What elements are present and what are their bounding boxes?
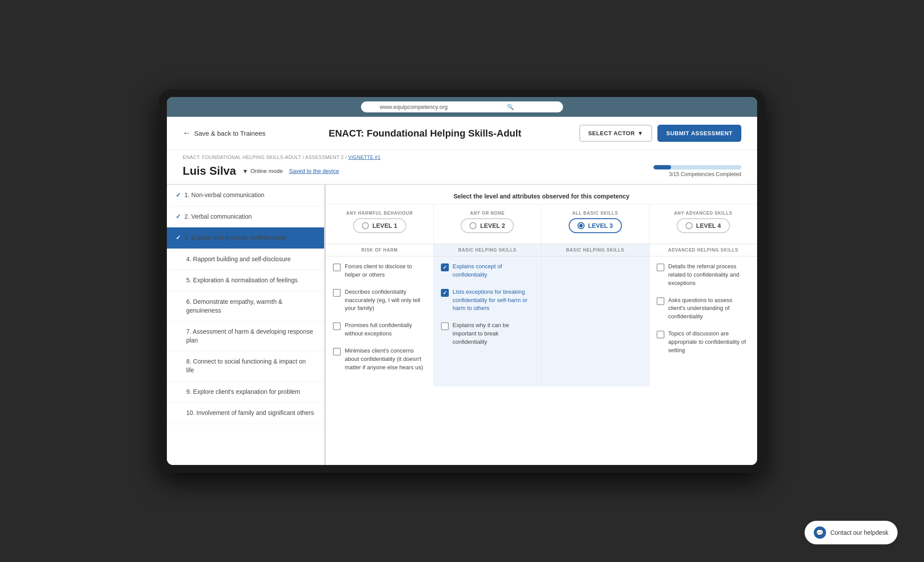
sidebar-item-9[interactable]: 9. Explore client's explanation for prob… (167, 382, 324, 403)
checkbox-item-col4-0[interactable]: Details the referral process related to … (657, 263, 751, 288)
progress-bar-fill (653, 165, 671, 169)
back-arrow-icon: ← (183, 129, 191, 138)
checkboxes-grid: Forces client to disclose to helper or o… (326, 256, 757, 386)
cb-label-2-col1: Promises full confidentially without exc… (345, 321, 426, 338)
checkbox-item-col1-0[interactable]: Forces client to disclose to helper or o… (333, 263, 426, 279)
breadcrumb-vignette[interactable]: VIGNETTE #1 (348, 155, 381, 160)
level-button-1[interactable]: LEVEL 1 (353, 218, 406, 233)
online-mode-label: Online mode (250, 168, 283, 174)
level-button-4[interactable]: LEVEL 4 (677, 218, 730, 233)
page-title: ENACT: Foundational Helping Skills-Adult (271, 128, 579, 139)
checkbox-col-4: Details the referral process related to … (650, 256, 758, 386)
competency-instruction: Select the level and attributes observed… (326, 185, 757, 205)
saved-to-device-link[interactable]: Saved to the device (289, 168, 339, 174)
sidebar-item-3[interactable]: ✓3. Explain and promote confidentiality (167, 227, 324, 249)
device-inner: www.equipcompetency.org 🔍 ← Save & back … (167, 97, 757, 465)
device-frame: www.equipcompetency.org 🔍 ← Save & back … (159, 89, 765, 473)
level-label-3: LEVEL 3 (588, 222, 613, 229)
radio-circle-1 (362, 222, 369, 229)
breadcrumb-part1: ENACT: FOUNDATIONAL HELPING SKILLS-ADULT (183, 155, 301, 160)
level-col-3: ALL BASIC SKILLS LEVEL 3 (541, 205, 650, 244)
check-icon-3: ✓ (176, 234, 181, 241)
checkbox-0-col1 (333, 263, 341, 271)
sidebar: ✓1. Non-verbal communication✓2. Verbal c… (167, 185, 325, 465)
checkbox-item-col2-0[interactable]: Explains concept of confidentiality (441, 263, 534, 279)
breadcrumb: ENACT: FOUNDATIONAL HELPING SKILLS-ADULT… (167, 150, 757, 162)
cb-label-3-col1: Minimises client's concerns about confid… (345, 347, 426, 372)
checkbox-item-col1-1[interactable]: Describes confidentiality inaccurately (… (333, 288, 426, 313)
dropdown-icon: ▼ (638, 130, 643, 137)
checkbox-col-3 (541, 256, 650, 386)
address-bar[interactable]: www.equipcompetency.org 🔍 (361, 101, 563, 112)
skill-label-cell-3: BASIC HELPING SKILLS (541, 244, 650, 256)
check-icon-2: ✓ (176, 213, 181, 220)
cb-label-2-col2: Explains why it can be important to brea… (453, 321, 534, 346)
check-icon-1: ✓ (176, 191, 181, 198)
checkbox-3-col1 (333, 348, 341, 356)
level-label-4: LEVEL 4 (696, 222, 721, 229)
checkbox-item-col2-2[interactable]: Explains why it can be important to brea… (441, 321, 534, 346)
checkbox-0-col2 (441, 263, 449, 271)
trainee-left: Luis Silva ▼ Online mode Saved to the de… (183, 164, 339, 178)
cb-label-0-col2: Explains concept of confidentiality (453, 263, 534, 279)
trainee-info: Luis Silva ▼ Online mode Saved to the de… (167, 162, 757, 184)
checkbox-item-col4-1[interactable]: Asks questions to assess client's unders… (657, 296, 751, 321)
sidebar-item-2[interactable]: ✓2. Verbal communication (167, 206, 324, 228)
progress-text: 3/15 Competencies Completed (653, 171, 741, 177)
checkbox-2-col4 (657, 331, 664, 339)
level-button-2[interactable]: LEVEL 2 (461, 218, 514, 233)
level-sublabel-2: ANY OR NONE (441, 211, 534, 216)
skills-labels-row: RISK OF HARMBASIC HELPING SKILLSBASIC HE… (326, 244, 757, 256)
progress-area: 3/15 Competencies Completed (653, 165, 741, 177)
checkbox-col-2: Explains concept of confidentialityLists… (434, 256, 542, 386)
cb-label-1-col2: Lists exceptions for breaking confidenti… (453, 288, 534, 313)
cb-label-2-col4: Topics of discussion are appropriate to … (668, 330, 751, 355)
page-header: ← Save & back to Trainees ENACT: Foundat… (167, 117, 757, 150)
sidebar-item-label-9: 9. Explore client's explanation for prob… (186, 388, 315, 396)
chat-icon: 💬 (814, 526, 826, 539)
sidebar-item-label-6: 6. Demonstrate empathy, warmth & genuine… (186, 298, 315, 315)
breadcrumb-sep2: / (345, 155, 348, 160)
sidebar-item-5[interactable]: 5. Exploration & normalisation of feelin… (167, 270, 324, 292)
sidebar-item-label-7: 7. Assessment of harm & developing respo… (186, 328, 315, 345)
helpdesk-label: Contact our helpdesk (830, 529, 888, 536)
cb-label-1-col1: Describes confidentiality inaccurately (… (345, 288, 426, 313)
progress-bar-container (653, 165, 741, 169)
checkbox-item-col1-2[interactable]: Promises full confidentially without exc… (333, 321, 426, 338)
sidebar-item-6[interactable]: 6. Demonstrate empathy, warmth & genuine… (167, 292, 324, 321)
helpdesk-button[interactable]: 💬 Contact our helpdesk (805, 521, 898, 544)
radio-circle-2 (469, 222, 476, 229)
cb-label-0-col1: Forces client to disclose to helper or o… (345, 263, 426, 279)
level-sublabel-4: ANY ADVANCED SKILLS (657, 211, 751, 216)
sidebar-item-label-3: 3. Explain and promote confidentiality (184, 234, 315, 242)
sidebar-item-8[interactable]: 8. Connect to social functioning & impac… (167, 351, 324, 381)
checkbox-0-col4 (657, 263, 664, 271)
sidebar-item-10[interactable]: 10. Involvement of family and significan… (167, 403, 324, 424)
radio-circle-3 (578, 222, 585, 229)
sidebar-item-1[interactable]: ✓1. Non-verbal communication (167, 185, 324, 206)
submit-assessment-button[interactable]: SUBMIT ASSESSMENT (657, 125, 741, 142)
main-content: ✓1. Non-verbal communication✓2. Verbal c… (167, 184, 757, 465)
checkbox-item-col1-3[interactable]: Minimises client's concerns about confid… (333, 347, 426, 372)
online-badge: ▼ Online mode (242, 168, 283, 175)
checkbox-1-col1 (333, 289, 341, 297)
back-button[interactable]: ← Save & back to Trainees (183, 129, 271, 138)
select-actor-label: SELECT ACTOR (588, 130, 635, 137)
checkbox-1-col2 (441, 289, 449, 297)
checkbox-item-col4-2[interactable]: Topics of discussion are appropriate to … (657, 330, 751, 355)
level-button-3[interactable]: LEVEL 3 (569, 218, 622, 233)
url-text: www.equipcompetency.org (367, 104, 460, 110)
submit-label: SUBMIT ASSESSMENT (666, 130, 733, 137)
sidebar-item-label-1: 1. Non-verbal communication (184, 191, 315, 200)
sidebar-item-7[interactable]: 7. Assessment of harm & developing respo… (167, 321, 324, 351)
trainee-name: Luis Silva (183, 164, 236, 178)
checkbox-item-col2-1[interactable]: Lists exceptions for breaking confidenti… (441, 288, 534, 313)
level-label-2: LEVEL 2 (480, 222, 505, 229)
checkbox-col-1: Forces client to disclose to helper or o… (326, 256, 434, 386)
sidebar-item-label-5: 5. Exploration & normalisation of feelin… (186, 276, 315, 285)
cb-label-0-col4: Details the referral process related to … (668, 263, 751, 288)
level-label-1: LEVEL 1 (372, 222, 397, 229)
level-col-4: ANY ADVANCED SKILLS LEVEL 4 (650, 205, 758, 244)
sidebar-item-4[interactable]: 4. Rapport building and self-disclosure (167, 249, 324, 270)
select-actor-button[interactable]: SELECT ACTOR ▼ (579, 125, 652, 142)
